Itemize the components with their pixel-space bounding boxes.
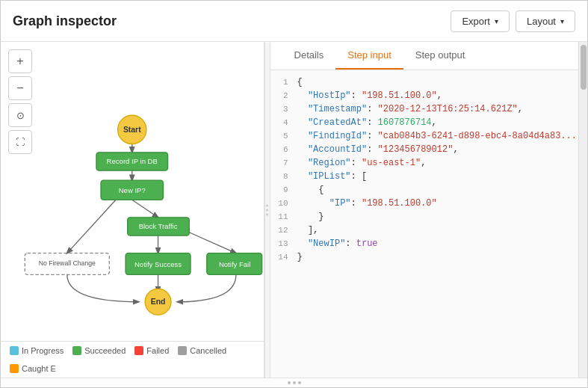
drag-dot-2 (266, 209, 268, 211)
bottom-dot-3 (298, 381, 301, 384)
tab-step-input[interactable]: Step input (335, 42, 403, 70)
svg-text:Block Traffic: Block Traffic (139, 222, 178, 230)
graph-toolbar: + − ⊙ ⛶ (8, 49, 32, 154)
code-line-11: 11 } (270, 211, 577, 224)
export-button[interactable]: Export ▾ (451, 10, 510, 32)
tab-details[interactable]: Details (282, 42, 336, 70)
code-line-14: 14 } (270, 251, 577, 265)
code-line-2: 2 "HostIp": "198.51.100.0", (270, 90, 577, 103)
app-container: Graph inspector Export ▾ Layout ▾ + − ⊙ … (0, 0, 588, 388)
export-chevron-icon: ▾ (495, 17, 498, 25)
svg-text:End: End (151, 298, 166, 306)
target-button[interactable]: ⊙ (8, 103, 32, 127)
code-line-9: 9 { (270, 184, 577, 197)
caught-e-dot (10, 364, 19, 373)
code-line-12: 12 ], (270, 224, 577, 238)
graph-area[interactable]: Start Record IP in DB New IP? Block Traf… (1, 42, 264, 341)
code-line-10: 10 "IP": "198.51.100.0" (270, 197, 577, 211)
succeeded-dot (72, 346, 81, 355)
svg-text:Start: Start (123, 126, 141, 134)
graph-panel: + − ⊙ ⛶ (1, 42, 264, 378)
svg-text:No Firewall Change: No Firewall Change (39, 259, 96, 267)
layout-chevron-icon: ▾ (560, 17, 564, 25)
svg-text:Notify Fail: Notify Fail (219, 260, 250, 268)
code-viewer[interactable]: 1 { 2 "HostIp": "198.51.100.0", 3 "Times… (270, 70, 587, 378)
legend-cancelled: Cancelled (178, 346, 226, 355)
code-line-5: 5 "FindingId": "cab084b3-6241-d898-ebc4-… (270, 130, 577, 144)
code-line-8: 8 "IPList": [ (270, 170, 577, 184)
legend-in-progress: In Progress (10, 346, 64, 355)
code-line-7: 7 "Region": "us-east-1", (270, 157, 577, 170)
code-line-4: 4 "CreatedAt": 1607876714, (270, 117, 577, 130)
page-title: Graph inspector (13, 13, 117, 29)
svg-line-2 (132, 200, 158, 217)
svg-text:New IP?: New IP? (119, 186, 146, 194)
layout-button[interactable]: Layout ▾ (516, 10, 575, 32)
bottom-dot-1 (288, 381, 291, 384)
legend-failed: Failed (134, 346, 169, 355)
drag-dot-1 (266, 204, 268, 206)
code-line-6: 6 "AccountId": "123456789012", (270, 144, 577, 157)
tab-bar: Details Step input Step output (270, 42, 587, 70)
in-progress-label: In Progress (22, 346, 64, 355)
svg-text:Record IP in DB: Record IP in DB (107, 157, 158, 165)
code-line-1: 1 { (270, 76, 577, 90)
bottom-dot-2 (293, 381, 296, 384)
code-line-3: 3 "Timestamp": "2020-12-13T16:25:14.621Z… (270, 103, 577, 117)
tab-step-output[interactable]: Step output (403, 42, 477, 70)
succeeded-label: Succeeded (84, 346, 126, 355)
legend-caught-e: Caught E (10, 364, 56, 373)
drag-dot-3 (266, 213, 268, 215)
header-buttons: Export ▾ Layout ▾ (451, 10, 575, 32)
legend-succeeded: Succeeded (72, 346, 126, 355)
drag-handle[interactable] (264, 42, 270, 378)
flow-diagram: Start Record IP in DB New IP? Block Traf… (1, 42, 264, 341)
fit-button[interactable]: ⛶ (8, 130, 32, 154)
svg-line-3 (67, 200, 116, 253)
cancelled-dot (178, 346, 187, 355)
cancelled-label: Cancelled (190, 346, 226, 355)
bottom-dots-bar (1, 378, 587, 387)
scrollbar-thumb[interactable] (581, 45, 587, 90)
failed-dot (134, 346, 143, 355)
code-line-13: 13 "NewIP": true (270, 238, 577, 251)
legend: In Progress Succeeded Failed Cancelled C… (1, 341, 264, 378)
inspector-panel: Details Step input Step output 1 { 2 "Ho… (270, 42, 587, 378)
header: Graph inspector Export ▾ Layout ▾ (1, 1, 587, 42)
main-content: + − ⊙ ⛶ (1, 42, 587, 378)
in-progress-dot (10, 346, 19, 355)
zoom-out-button[interactable]: − (8, 76, 32, 100)
svg-text:Notify Success: Notify Success (134, 260, 182, 268)
zoom-in-button[interactable]: + (8, 49, 32, 73)
scrollbar[interactable] (578, 42, 587, 378)
caught-e-label: Caught E (22, 364, 56, 373)
failed-label: Failed (146, 346, 169, 355)
